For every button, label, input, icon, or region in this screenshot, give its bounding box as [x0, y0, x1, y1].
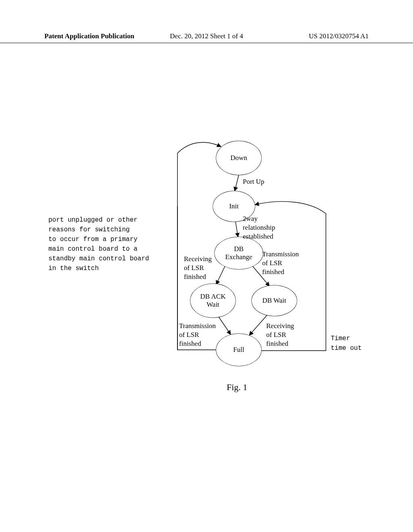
- figure-caption: Fig. 1: [227, 382, 247, 393]
- page: Patent Application Publication Dec. 20, …: [0, 0, 413, 532]
- transition-port-up: Port Up: [243, 177, 264, 186]
- svg-line-11: [249, 315, 267, 335]
- transition-timer-timeout: Timertime out: [331, 334, 362, 353]
- transition-tx-lsr-left: Transmissionof LSRfinished: [179, 322, 216, 348]
- state-down-label: Down: [230, 154, 247, 162]
- svg-line-10: [219, 317, 231, 335]
- page-header: Patent Application Publication Dec. 20, …: [0, 32, 413, 43]
- transition-rx-lsr-left: Receivingof LSRfinished: [184, 255, 212, 281]
- transition-unplugged: port unplugged or otherreasons for switc…: [48, 215, 149, 273]
- svg-line-7: [236, 222, 238, 237]
- state-db-ack-wait: DB ACKWait: [190, 284, 236, 318]
- header-sheet: Dec. 20, 2012 Sheet 1 of 4: [170, 32, 243, 40]
- state-full: Full: [216, 334, 261, 366]
- state-db-ack-wait-label: DB ACKWait: [200, 293, 226, 309]
- state-db-wait: DB Wait: [252, 285, 297, 316]
- state-full-label: Full: [233, 346, 244, 354]
- state-db-exchange: DBExchange: [215, 237, 263, 269]
- state-db-exchange-label: DBExchange: [225, 245, 252, 262]
- state-db-wait-label: DB Wait: [262, 297, 286, 305]
- header-publication: Patent Application Publication: [44, 32, 134, 40]
- header-pubnum: US 2012/0320754 A1: [309, 32, 369, 40]
- transition-2way: 2wayrelationshipestablished: [243, 214, 275, 241]
- svg-line-6: [235, 175, 239, 191]
- transition-rx-lsr-right: Receivingof LSRfinished: [266, 322, 294, 348]
- state-down: Down: [216, 141, 261, 175]
- transition-tx-lsr-right: Transmissionof LSRfinished: [262, 250, 299, 276]
- state-init-label: Init: [229, 202, 239, 210]
- svg-line-8: [216, 266, 225, 285]
